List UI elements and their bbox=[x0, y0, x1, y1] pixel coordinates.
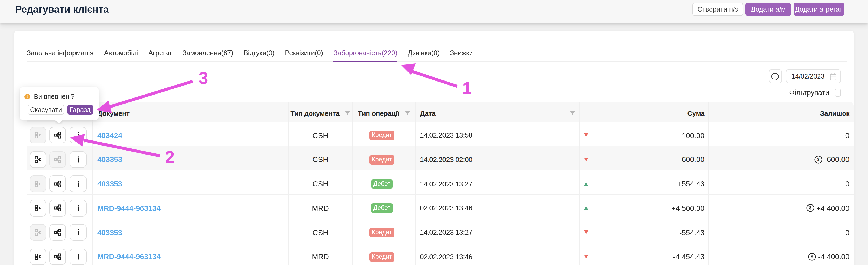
svg-text:$: $ bbox=[817, 157, 819, 162]
svg-text:$: $ bbox=[811, 254, 813, 259]
svg-text:$: $ bbox=[809, 206, 811, 210]
